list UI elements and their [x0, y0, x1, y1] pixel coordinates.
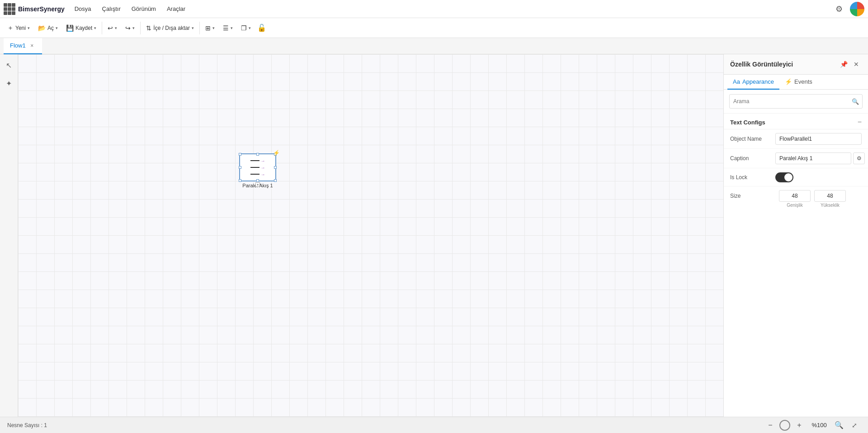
- toolbar-divider-2: [140, 22, 141, 34]
- open-button[interactable]: 📂 Aç ▾: [34, 22, 61, 34]
- node-row-2: →: [250, 165, 265, 170]
- size-height-input[interactable]: [814, 190, 846, 202]
- user-avatar[interactable]: [850, 2, 864, 16]
- node-box[interactable]: ⚡ → → → +: [240, 154, 276, 181]
- handle-bc[interactable]: [256, 179, 259, 182]
- caption-label: Caption: [730, 155, 775, 162]
- size-height-wrap: Yükseklik: [814, 190, 846, 208]
- menu-araclar[interactable]: Araçlar: [162, 4, 190, 14]
- zoom-in-button[interactable]: +: [794, 420, 805, 431]
- new-button[interactable]: ＋ Yeni ▾: [4, 22, 33, 34]
- node-row-3: →: [250, 172, 265, 177]
- app-logo[interactable]: BimserSynergy: [4, 3, 65, 15]
- menu-gorunum[interactable]: Görünüm: [127, 4, 160, 14]
- size-height-label: Yükseklik: [821, 203, 840, 208]
- size-width-wrap: Genişlik: [779, 190, 811, 208]
- node-expand-btn[interactable]: +: [255, 182, 260, 187]
- handle-tl[interactable]: [239, 153, 241, 156]
- toolbar-divider-3: [199, 22, 200, 34]
- handle-bl[interactable]: [239, 179, 241, 182]
- zoom-dot-indicator[interactable]: [779, 420, 790, 431]
- grid-button[interactable]: ⊞ ▾: [202, 22, 218, 34]
- tab-close-button[interactable]: ×: [28, 42, 36, 49]
- arrange-button[interactable]: ❐ ▾: [237, 22, 255, 34]
- section-collapse-button[interactable]: −: [858, 118, 862, 126]
- save-icon: 💾: [66, 24, 74, 32]
- tab-events[interactable]: ⚡ Events: [779, 75, 818, 90]
- object-count-label: Nesne Sayısı : 1: [7, 422, 47, 428]
- menu-calistir[interactable]: Çalıştır: [98, 4, 125, 14]
- open-icon: 📂: [38, 24, 46, 32]
- is-lock-toggle[interactable]: [775, 172, 793, 182]
- menu-right-actions: ⚙: [832, 2, 864, 16]
- size-label: Size: [730, 190, 775, 199]
- zoom-value-label: %100: [808, 422, 830, 428]
- align-button[interactable]: ☰ ▾: [219, 22, 236, 34]
- flow-node-parallel[interactable]: ⚡ → → → + Paralel Akış 1: [240, 154, 276, 188]
- handle-br[interactable]: [274, 179, 277, 182]
- zoom-controls: − + %100 🔍 ⤢: [765, 419, 861, 432]
- panel-close-button[interactable]: ✕: [851, 59, 862, 70]
- tab-bar: Flow1 ×: [0, 38, 868, 54]
- caption-input[interactable]: [775, 152, 851, 164]
- toolbar: ＋ Yeni ▾ 📂 Aç ▾ 💾 Kaydet ▾ ↩ ▾ ↪ ▾ ⇅ İçe…: [0, 18, 868, 38]
- handle-ml[interactable]: [239, 166, 241, 169]
- size-inputs-area: Genişlik Yükseklik: [779, 190, 846, 208]
- menu-bar: BimserSynergy Dosya Çalıştır Görünüm Ara…: [0, 0, 868, 18]
- arrange-icon: ❐: [241, 24, 247, 32]
- zoom-out-button[interactable]: −: [765, 420, 776, 431]
- size-width-input[interactable]: [779, 190, 811, 202]
- import-export-button[interactable]: ⇅ İçe / Dışa aktar ▾: [142, 22, 198, 34]
- sidebar-star-icon[interactable]: ✦: [2, 76, 16, 90]
- align-icon: ☰: [223, 24, 229, 32]
- node-row-1: →: [250, 158, 265, 163]
- toolbar-divider-1: [102, 22, 102, 34]
- prop-row-object-name: Object Name: [724, 129, 868, 149]
- events-tab-icon: ⚡: [785, 78, 792, 85]
- object-name-label: Object Name: [730, 136, 775, 142]
- zoom-magnify-button[interactable]: 🔍: [834, 420, 844, 431]
- panel-pin-button[interactable]: 📌: [838, 59, 849, 70]
- tab-flow1[interactable]: Flow1 ×: [4, 38, 42, 54]
- handle-mr[interactable]: [274, 166, 277, 169]
- object-name-input[interactable]: [775, 133, 862, 145]
- undo-icon: ↩: [108, 24, 113, 32]
- prop-row-is-lock: Is Lock: [724, 168, 868, 186]
- panel-header-actions: 📌 ✕: [838, 59, 862, 70]
- search-button[interactable]: 🔍: [849, 95, 862, 108]
- menu-dosya[interactable]: Dosya: [70, 4, 96, 14]
- caption-value-area: ⚙: [775, 152, 865, 164]
- size-width-label: Genişlik: [787, 203, 803, 208]
- zoom-fit-button[interactable]: ⤢: [848, 419, 861, 432]
- logo-grid-icon[interactable]: [4, 3, 15, 15]
- prop-row-size: Size Genişlik Yükseklik: [724, 186, 868, 211]
- object-name-value: [775, 133, 862, 145]
- is-lock-toggle-wrapper: [775, 172, 862, 182]
- main-area: ↖ ✦ ⚡ → →: [0, 54, 868, 417]
- app-name: BimserSynergy: [18, 5, 65, 13]
- handle-tc[interactable]: [256, 153, 259, 156]
- panel-search-area: 🔍: [724, 90, 868, 114]
- search-input[interactable]: [730, 96, 849, 107]
- status-bar: Nesne Sayısı : 1 − + %100 🔍 ⤢: [0, 417, 868, 433]
- size-fields: Genişlik Yükseklik: [779, 190, 846, 208]
- settings-button[interactable]: ⚙: [832, 2, 846, 16]
- section-title: Text Configs: [730, 119, 765, 126]
- panel-header: Özellik Görüntüleyici 📌 ✕: [724, 54, 868, 75]
- node-error-icon: ⚡: [273, 150, 280, 156]
- canvas-area[interactable]: ⚡ → → → + Paralel Akış 1: [18, 54, 723, 417]
- section-header-text-configs: Text Configs −: [724, 114, 868, 129]
- new-icon: ＋: [7, 24, 14, 32]
- right-panel: Özellik Görüntüleyici 📌 ✕ Aa Appearance …: [723, 54, 868, 417]
- save-button[interactable]: 💾 Kaydet ▾: [62, 22, 100, 34]
- caption-settings-button[interactable]: ⚙: [853, 152, 865, 164]
- sidebar-cursor-icon[interactable]: ↖: [2, 58, 16, 72]
- toggle-knob: [784, 173, 793, 181]
- search-box: 🔍: [729, 94, 863, 109]
- redo-button[interactable]: ↪ ▾: [122, 22, 138, 34]
- redo-icon: ↪: [125, 24, 131, 32]
- tab-appearance[interactable]: Aa Appearance: [727, 75, 779, 90]
- grid-icon: ⊞: [205, 24, 211, 32]
- prop-row-caption: Caption ⚙: [724, 149, 868, 168]
- undo-button[interactable]: ↩ ▾: [104, 22, 121, 34]
